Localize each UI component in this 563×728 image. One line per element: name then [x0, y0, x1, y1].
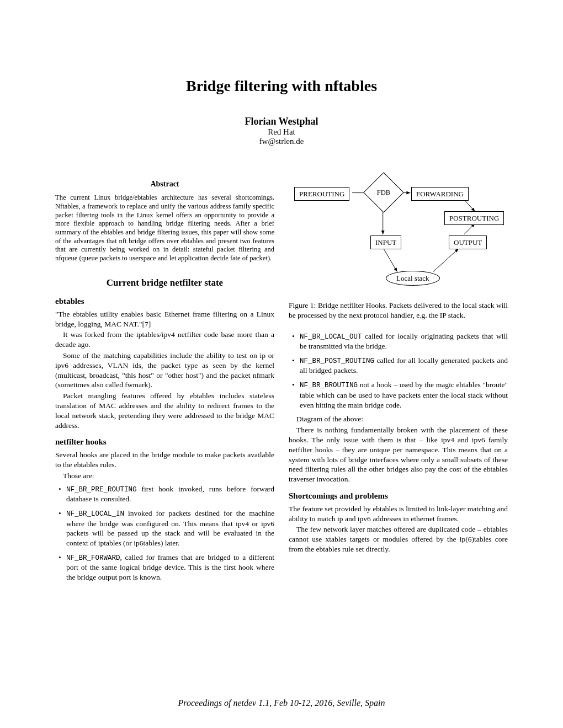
list-item: NF_BR_FORWARD, called for frames that ar… — [59, 553, 274, 582]
abstract-text: The current Linux bridge/ebtables archit… — [55, 194, 274, 263]
node-forwarding: FORWARDING — [411, 187, 469, 201]
paragraph: The few network layer matches offered ar… — [289, 524, 508, 554]
paragraph: There is nothing fundamentally broken wi… — [289, 425, 508, 484]
hook-code: NF_BR_FORWARD — [66, 554, 120, 562]
node-fdb: FDB — [369, 178, 398, 207]
svg-line-6 — [433, 249, 459, 272]
hook-code: NF_BR_BROUTING — [300, 382, 358, 389]
paragraph: "The ebtables utility enables basic Ethe… — [55, 309, 274, 329]
author-name: Florian Westphal — [55, 116, 508, 127]
author-affiliation: Red Hat — [55, 127, 508, 137]
list-item: NF_BR_LOCAL_OUT called for locally origi… — [292, 331, 508, 351]
hook-list-right: NF_BR_LOCAL_OUT called for locally origi… — [289, 331, 508, 410]
subsection-shortcomings: Shortcomings and problems — [289, 491, 508, 502]
paragraph: Several hooks are placed in the bridge m… — [55, 450, 274, 470]
node-fdb-label: FDB — [369, 178, 398, 207]
figure-caption: Figure 1: Bridge netfilter Hooks. Packet… — [289, 301, 508, 320]
node-output: OUTPUT — [449, 235, 487, 249]
abstract-heading: Abstract — [55, 179, 274, 189]
hook-code: NF_BR_LOCAL_OUT — [300, 333, 362, 341]
paragraph: Packet mangling features offered by ebta… — [55, 391, 274, 430]
paragraph: Those are: — [55, 471, 274, 481]
subsection-netfilter-hooks: netfilter hooks — [55, 437, 274, 448]
node-prerouting: PREROUTING — [294, 187, 349, 201]
author-email: fw@strlen.de — [55, 137, 508, 146]
list-item: NF_BR_POST_ROUTING called for all locall… — [292, 356, 508, 376]
left-column: Abstract The current Linux bridge/ebtabl… — [55, 179, 274, 587]
two-column-content: Abstract The current Linux bridge/ebtabl… — [55, 179, 508, 587]
section-heading-current-state: Current bridge netfilter state — [55, 277, 274, 289]
list-item: NF_BR_LOCAL_IN invoked for packets desti… — [59, 508, 274, 548]
hook-code: NF_BR_LOCAL_IN — [66, 510, 124, 518]
author-block: Florian Westphal Red Hat fw@strlen.de — [55, 116, 508, 146]
paragraph: Some of the matching capabilities includ… — [55, 351, 274, 390]
right-column: PREROUTING FDB FORWARDING POSTROUTING IN… — [289, 179, 508, 587]
subsection-ebtables: ebtables — [55, 296, 274, 307]
figure-diagram: PREROUTING FDB FORWARDING POSTROUTING IN… — [289, 179, 508, 295]
node-local-stack: Local stack — [386, 271, 440, 286]
paper-title: Bridge filtering with nftables — [55, 77, 508, 95]
paragraph: It was forked from the iptables/ipv4 net… — [55, 330, 274, 350]
node-input: INPUT — [370, 235, 401, 249]
paragraph: Diagram of the above: — [289, 414, 508, 424]
node-postrouting: POSTROUTING — [444, 211, 504, 225]
hook-code: NF_BR_PRE_ROUTING — [66, 486, 137, 494]
list-item: NF_BR_BROUTING not a hook – used by the … — [292, 380, 508, 410]
hook-list-left: NF_BR_PRE_ROUTING first hook invoked, ru… — [55, 484, 274, 582]
hook-code: NF_BR_POST_ROUTING — [300, 357, 374, 365]
svg-line-4 — [464, 223, 475, 234]
paragraph: The feature set provided by ebtables is … — [289, 504, 508, 524]
svg-line-5 — [383, 248, 397, 272]
list-item: NF_BR_PRE_ROUTING first hook invoked, ru… — [59, 484, 274, 504]
page-footer: Proceedings of netdev 1.1, Feb 10-12, 20… — [0, 698, 563, 708]
